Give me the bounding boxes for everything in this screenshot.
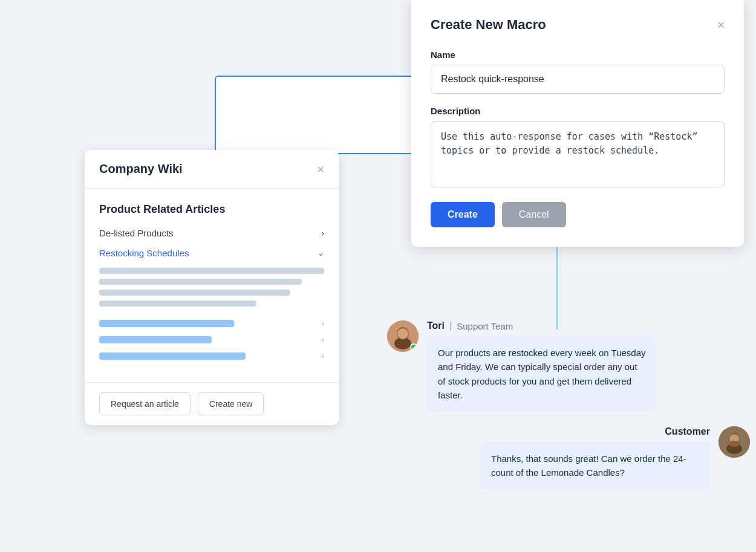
wiki-panel-body: Product Related Articles De-listed Produ… [85, 189, 339, 382]
wiki-sub-link-bar-3 [99, 352, 246, 360]
description-label: Description [431, 106, 725, 116]
macro-description-textarea[interactable]: Use this auto-response for cases with “R… [431, 121, 725, 187]
customer-message-row: Customer Thanks, that sounds great! Can … [387, 426, 750, 490]
customer-message-bubble: Thanks, that sounds great! Can we order … [480, 442, 710, 490]
skeleton-content [99, 268, 324, 307]
modal-actions: Create Cancel [431, 202, 725, 227]
arrow-right-icon-2: › [322, 335, 324, 344]
macro-modal-header: Create New Macro × [431, 17, 725, 33]
skeleton-line-4 [99, 300, 256, 307]
wiki-article-restocking-label: Restocking Schedules [99, 248, 189, 258]
agent-name: Tori [427, 320, 445, 331]
arrow-right-icon-3: › [322, 351, 324, 360]
agent-separator: | [449, 320, 452, 331]
customer-info: Customer Thanks, that sounds great! Can … [480, 426, 710, 490]
wiki-sub-link-bar-2 [99, 336, 212, 343]
wiki-panel-title: Company Wiki [99, 162, 183, 176]
customer-name: Customer [480, 426, 710, 437]
create-new-button[interactable]: Create new [198, 392, 264, 415]
macro-modal: Create New Macro × Name Description Use … [411, 0, 744, 247]
macro-modal-title: Create New Macro [431, 17, 546, 33]
name-label: Name [431, 50, 725, 60]
customer-avatar-image [719, 426, 750, 458]
chat-area: Tori | Support Team Our products are res… [387, 320, 750, 490]
wiki-panel: Company Wiki × Product Related Articles … [85, 150, 339, 425]
svg-point-3 [397, 328, 408, 339]
agent-info: Tori | Support Team Our products are res… [427, 320, 750, 412]
chevron-down-icon: ⌄ [318, 248, 324, 258]
wiki-article-delisted-label: De-listed Products [99, 228, 174, 238]
customer-avatar [719, 426, 750, 458]
wiki-section-title: Product Related Articles [99, 203, 324, 216]
wiki-sub-link-2[interactable]: › [99, 335, 324, 344]
wiki-sub-link-1[interactable]: › [99, 319, 324, 328]
arrow-right-icon-1: › [322, 319, 324, 328]
macro-close-button[interactable]: × [717, 18, 725, 32]
svg-point-8 [729, 441, 740, 447]
macro-name-input[interactable] [431, 65, 725, 94]
wiki-article-delisted[interactable]: De-listed Products › [99, 228, 324, 238]
wiki-panel-header: Company Wiki × [85, 150, 339, 189]
wiki-panel-footer: Request an article Create new [85, 382, 339, 425]
chevron-right-icon: › [322, 229, 324, 238]
online-status-dot [410, 343, 417, 351]
wiki-sub-link-3[interactable]: › [99, 351, 324, 360]
wiki-sub-link-bar-1 [99, 320, 234, 327]
name-field-group: Name [431, 50, 725, 94]
cancel-macro-button[interactable]: Cancel [502, 202, 566, 227]
wiki-close-button[interactable]: × [317, 163, 324, 175]
skeleton-line-2 [99, 279, 302, 285]
skeleton-line-1 [99, 268, 324, 274]
skeleton-line-3 [99, 290, 290, 296]
description-field-group: Description Use this auto-response for c… [431, 106, 725, 190]
create-macro-button[interactable]: Create [431, 202, 495, 227]
agent-message-row: Tori | Support Team Our products are res… [387, 320, 750, 412]
agent-name-row: Tori | Support Team [427, 320, 750, 331]
request-article-button[interactable]: Request an article [99, 392, 191, 415]
agent-team: Support Team [457, 321, 513, 331]
wiki-article-restocking[interactable]: Restocking Schedules ⌄ [99, 248, 324, 258]
agent-message-bubble: Our products are restocked every week on… [427, 336, 657, 412]
wiki-sub-links: › › › [99, 319, 324, 360]
agent-avatar [387, 320, 419, 352]
